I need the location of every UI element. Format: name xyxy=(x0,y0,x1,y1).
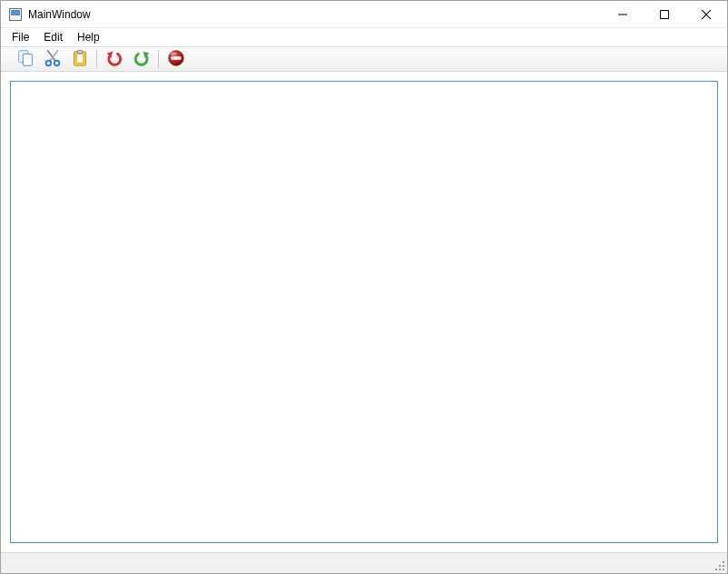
toolbar-separator xyxy=(158,50,159,68)
paste-button[interactable] xyxy=(67,48,93,70)
undo-button[interactable] xyxy=(102,48,127,70)
svg-rect-1 xyxy=(11,10,20,15)
svg-rect-3 xyxy=(661,10,669,18)
undo-icon xyxy=(104,48,124,71)
menu-help[interactable]: Help xyxy=(70,30,107,45)
menu-edit[interactable]: Edit xyxy=(36,30,70,45)
scissors-icon xyxy=(43,48,63,71)
titlebar: MainWindow xyxy=(1,1,727,28)
content-area xyxy=(1,72,727,552)
no-entry-icon xyxy=(166,48,186,71)
svg-rect-21 xyxy=(719,565,721,567)
maximize-button[interactable] xyxy=(644,1,685,27)
close-button[interactable] xyxy=(685,1,727,27)
redo-button[interactable] xyxy=(129,48,154,70)
svg-rect-23 xyxy=(715,569,717,570)
svg-rect-25 xyxy=(723,569,724,570)
svg-rect-13 xyxy=(76,54,83,63)
toolbar xyxy=(1,46,727,72)
statusbar xyxy=(1,552,727,573)
menubar: File Edit Help xyxy=(1,28,727,46)
window-controls xyxy=(602,1,727,27)
svg-rect-24 xyxy=(719,569,721,570)
stop-button[interactable] xyxy=(163,48,189,70)
svg-rect-22 xyxy=(723,565,724,567)
cut-button[interactable] xyxy=(40,48,65,70)
svg-point-10 xyxy=(46,60,52,65)
svg-point-19 xyxy=(171,52,177,55)
minimize-button[interactable] xyxy=(602,1,644,27)
svg-rect-7 xyxy=(23,54,32,65)
svg-point-11 xyxy=(54,60,60,65)
toolbar-separator xyxy=(96,50,97,68)
window-title: MainWindow xyxy=(28,8,602,21)
redo-icon xyxy=(132,48,152,71)
svg-rect-18 xyxy=(172,56,182,59)
copy-icon xyxy=(15,48,35,71)
menu-file[interactable]: File xyxy=(5,30,36,45)
resize-grip[interactable] xyxy=(712,558,726,572)
toolbar-grip[interactable] xyxy=(5,50,8,68)
svg-rect-14 xyxy=(77,50,83,54)
clipboard-icon xyxy=(70,48,90,71)
svg-rect-20 xyxy=(723,561,724,563)
app-icon xyxy=(8,7,23,22)
copy-button[interactable] xyxy=(13,48,38,70)
main-text-editor[interactable] xyxy=(10,81,718,543)
